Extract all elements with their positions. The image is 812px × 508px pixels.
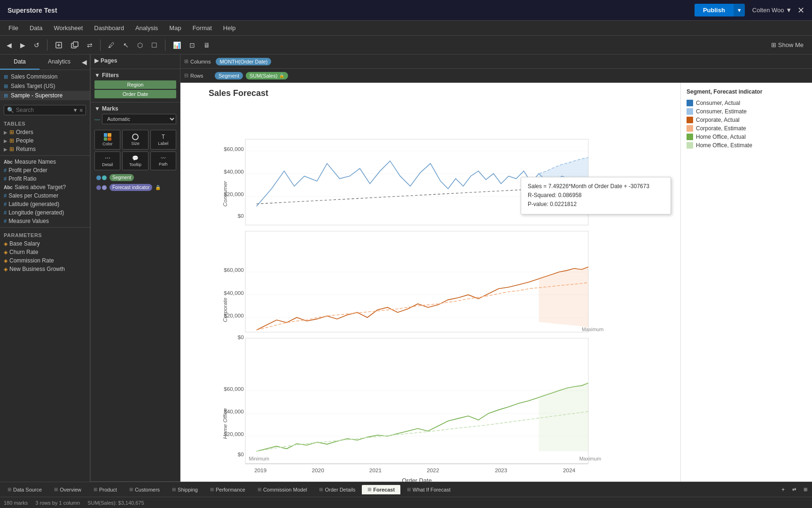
legend-consumer-actual[interactable]: Consumer, Actual	[687, 99, 806, 107]
field-sales-per-customer[interactable]: # Sales per Customer	[0, 191, 90, 200]
shelf-area: ⊞ Columns MONTH(Order Date) ⊟ Rows Segme…	[180, 55, 812, 83]
datasource-item-2[interactable]: ⊞ Sales Target (US)	[0, 81, 90, 91]
marks-detail-button[interactable]: ⋯ Detail	[94, 151, 120, 170]
lasso-btn[interactable]: ⬡	[134, 40, 146, 51]
tab-analytics[interactable]: Analytics	[39, 55, 79, 70]
marks-header[interactable]: ▼ Marks	[94, 105, 176, 112]
select-btn[interactable]: ↖	[120, 40, 132, 51]
filter-order-date[interactable]: Order Date	[94, 90, 176, 98]
row-pill-sales[interactable]: SUM(Sales) 🔒	[246, 72, 288, 79]
legend-homeoffice-estimate[interactable]: Home Office, Estimate	[687, 141, 806, 150]
publish-dropdown-button[interactable]: ▾	[734, 4, 745, 16]
chart-svg: $60,000 $40,000 $20,000 $0 $60,000 $40,0…	[180, 98, 680, 482]
table-people[interactable]: ▶ ⊞ People	[0, 136, 90, 145]
highlight-btn[interactable]: 🖊	[105, 40, 117, 51]
publish-button[interactable]: Publish	[695, 4, 734, 16]
datasource-item-3[interactable]: ⊞ Sample - Superstore	[0, 91, 90, 100]
tab-what-if[interactable]: ⊞ What If Forecast	[401, 485, 456, 494]
menu-map[interactable]: Map	[164, 23, 186, 33]
param-new-business[interactable]: ◈ New Business Growth	[0, 265, 90, 273]
tab-forecast[interactable]: ⊞ Forecast	[362, 485, 400, 494]
pages-section: ▶ Pages	[91, 55, 180, 69]
svg-text:2020: 2020	[312, 467, 325, 474]
marks-pill-forecast[interactable]: Forecast indicator 🔒	[94, 183, 176, 192]
filter-icon[interactable]: ▼	[73, 107, 78, 113]
param-base-salary[interactable]: ◈ Base Salary	[0, 239, 90, 248]
marks-tooltip-button[interactable]: 💬 Tooltip	[122, 151, 148, 170]
swap-button[interactable]: ⇄	[84, 40, 95, 51]
field-sales-above-target[interactable]: Abc Sales above Target?	[0, 183, 90, 191]
forward-button[interactable]: ▶	[17, 40, 28, 51]
legend-consumer-estimate[interactable]: Consumer, Estimate	[687, 107, 806, 116]
marks-label: Marks	[102, 105, 118, 112]
tab-overview[interactable]: ⊞ Overview	[48, 485, 87, 494]
filters-header[interactable]: ▼ Filters	[94, 72, 176, 79]
new-tab-button[interactable]: +	[779, 484, 788, 495]
field-measure-names[interactable]: Abc Measure Names	[0, 158, 90, 166]
field-measure-values[interactable]: # Measure Values	[0, 217, 90, 225]
tab-customers[interactable]: ⊞ Customers	[124, 485, 165, 494]
back-button[interactable]: ◀	[4, 40, 15, 51]
param-icon-4: ◈	[4, 266, 8, 272]
table-returns[interactable]: ▶ ⊞ Returns	[0, 145, 90, 153]
tab-commission[interactable]: ⊞ Commission Model	[252, 485, 313, 494]
menu-worksheet[interactable]: Worksheet	[49, 23, 87, 33]
forecast-pill[interactable]: Forecast indicator	[109, 184, 152, 191]
show-me-button[interactable]: ⊞ Show Me	[766, 40, 808, 50]
user-info[interactable]: Colten Woo ▼	[752, 7, 792, 14]
tab-sort-button[interactable]: ⇄	[789, 484, 799, 495]
sidebar-collapse-button[interactable]: ◀	[79, 55, 90, 70]
tab-film-button[interactable]: ⊞	[801, 484, 810, 495]
menu-analysis[interactable]: Analysis	[131, 23, 163, 33]
marks-color-button[interactable]: Color	[94, 130, 120, 150]
legend-corporate-estimate[interactable]: Corporate, Estimate	[687, 124, 806, 133]
param-churn-rate[interactable]: ◈ Churn Rate	[0, 248, 90, 256]
marks-size-button[interactable]: Size	[122, 130, 148, 150]
row-pill-segment[interactable]: Segment	[215, 72, 243, 79]
tab-performance[interactable]: ⊞ Performance	[204, 485, 251, 494]
chart-fit-btn[interactable]: ⊡	[187, 40, 198, 51]
filter-region[interactable]: Region	[94, 80, 176, 89]
field-longitude[interactable]: # Longitude (generated)	[0, 208, 90, 217]
param-commission-rate[interactable]: ◈ Commission Rate	[0, 256, 90, 265]
tab-data[interactable]: Data	[0, 55, 39, 70]
segment-pill[interactable]: Segment	[109, 174, 134, 181]
tab-order-details[interactable]: ⊞ Order Details	[313, 485, 361, 494]
pan-btn[interactable]: ☐	[148, 40, 160, 51]
device-btn[interactable]: 🖥	[201, 40, 213, 51]
legend-corporate-actual[interactable]: Corporate, Actual	[687, 116, 806, 124]
datasource-item-1[interactable]: ⊞ Sales Commission	[0, 72, 90, 81]
legend-homeoffice-actual[interactable]: Home Office, Actual	[687, 133, 806, 141]
new-worksheet-button[interactable]	[52, 40, 65, 51]
duplicate-button[interactable]	[68, 40, 81, 51]
status-marks: 180 marks	[4, 500, 28, 506]
menu-help[interactable]: Help	[219, 23, 241, 33]
tab-shipping[interactable]: ⊞ Shipping	[166, 485, 203, 494]
field-profit-per-order[interactable]: # Profit per Order	[0, 166, 90, 175]
column-pill-month[interactable]: MONTH(Order Date)	[216, 58, 271, 65]
menu-format[interactable]: Format	[188, 23, 217, 33]
menu-dashboard[interactable]: Dashboard	[89, 23, 129, 33]
table-icon-returns: ⊞	[9, 146, 14, 152]
marks-label-button[interactable]: T Label	[150, 130, 176, 150]
marks-pill-segment[interactable]: Segment	[94, 173, 176, 182]
tab-product[interactable]: ⊞ Product	[88, 485, 123, 494]
close-button[interactable]: ✕	[797, 5, 804, 16]
legend-color-consumer-actual	[687, 100, 693, 106]
menu-data[interactable]: Data	[25, 23, 47, 33]
field-latitude[interactable]: # Latitude (generated)	[0, 200, 90, 208]
field-profit-ratio[interactable]: # Profit Ratio	[0, 175, 90, 183]
params-header: Parameters	[0, 230, 90, 239]
search-input[interactable]	[16, 107, 71, 113]
tab-data-source[interactable]: ⊞ Data Source	[2, 485, 47, 494]
pages-header[interactable]: ▶ Pages	[94, 57, 176, 64]
marks-type-dropdown[interactable]: Automatic	[102, 114, 176, 124]
sort-icon[interactable]: ≡	[80, 107, 83, 113]
marks-path-button[interactable]: 〰 Path	[150, 151, 176, 170]
table-orders[interactable]: ▶ ⊞ Orders	[0, 128, 90, 136]
chart-type-btn[interactable]: 📊	[170, 40, 184, 51]
title-right: Publish ▾ Colten Woo ▼ ✕	[695, 4, 804, 16]
refresh-button[interactable]: ↺	[31, 40, 42, 51]
menu-file[interactable]: File	[4, 23, 23, 33]
toolbar-separator-2	[100, 40, 101, 51]
